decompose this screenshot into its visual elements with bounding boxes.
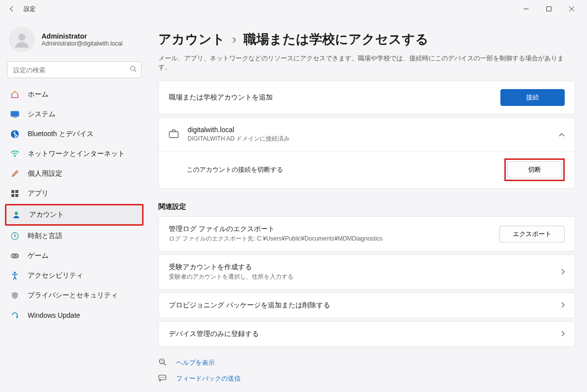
nav-privacy[interactable]: プライバシーとセキュリティ	[5, 286, 144, 305]
nav-label: ホーム	[28, 90, 49, 99]
disconnect-button[interactable]: 切断	[507, 161, 562, 178]
connected-detail: DIGITALWITH AD ドメインに接続済み	[188, 135, 550, 143]
svg-rect-8	[15, 190, 18, 193]
accessibility-icon	[10, 271, 20, 281]
nav-network[interactable]: ネットワークとインターネット	[5, 145, 144, 163]
svg-point-1	[18, 34, 25, 41]
nav-list: ホーム システム Bluetooth とデバイス ネットワークとインターネット …	[5, 85, 144, 325]
nav-label: Windows Update	[28, 311, 80, 319]
nav-update[interactable]: Windows Update	[5, 306, 144, 325]
page-subtitle: メール、アプリ、ネットワークなどのリソースにアクセスできます。職場や学校では、接…	[158, 54, 575, 72]
add-account-title: 職場または学校アカウントを追加	[169, 93, 491, 102]
svg-rect-9	[11, 194, 14, 197]
export-button[interactable]: エクスポート	[499, 226, 565, 243]
breadcrumb: アカウント › 職場または学校にアクセスする	[158, 31, 575, 48]
svg-point-6	[14, 156, 15, 157]
bluetooth-icon	[10, 129, 20, 139]
profile-name: Administrator	[42, 32, 123, 40]
related-title: 管理ログ ファイルのエクスポート	[169, 225, 490, 234]
nav-label: ネットワークとインターネット	[28, 149, 125, 158]
titlebar: 設定	[0, 0, 587, 18]
add-account-card: 職場または学校アカウントを追加 接続	[158, 81, 575, 114]
nav-label: プライバシーとセキュリティ	[28, 291, 118, 300]
svg-point-11	[15, 212, 18, 215]
nav-gaming[interactable]: ゲーム	[5, 246, 144, 265]
nav-home[interactable]: ホーム	[5, 85, 144, 104]
feedback-link[interactable]: フィードバックの送信	[158, 374, 575, 383]
nav-accessibility[interactable]: アクセシビリティ	[5, 266, 144, 285]
profile[interactable]: Administrator Administrator@digitalwith.…	[5, 22, 144, 61]
maximize-button[interactable]	[538, 1, 560, 17]
search-box	[7, 61, 142, 78]
network-icon	[10, 149, 20, 159]
minimize-button[interactable]	[515, 1, 538, 17]
feedback-icon	[158, 375, 167, 383]
update-icon	[10, 310, 20, 320]
related-title: デバイス管理のみに登録する	[169, 330, 552, 339]
back-button[interactable]	[4, 1, 20, 17]
svg-point-15	[16, 256, 17, 257]
nav-bluetooth[interactable]: Bluetooth とデバイス	[5, 125, 144, 144]
nav-apps[interactable]: アプリ	[5, 184, 144, 203]
nav-label: ゲーム	[28, 251, 49, 260]
nav-label: 個人用設定	[28, 169, 62, 178]
nav-label: アカウント	[29, 210, 64, 219]
disconnect-description: このアカウントの接続を切断する	[187, 165, 504, 174]
svg-point-16	[14, 272, 16, 274]
help-link[interactable]: ? ヘルプを表示	[158, 358, 575, 367]
nav-personalization[interactable]: 個人用設定	[5, 164, 144, 183]
related-title: プロビジョニング パッケージを追加または削除する	[169, 301, 552, 310]
chevron-right-icon	[561, 330, 565, 339]
home-icon	[10, 90, 20, 99]
main-content: アカウント › 職場または学校にアクセスする メール、アプリ、ネットワークなどの…	[148, 18, 587, 392]
svg-point-2	[131, 66, 135, 71]
svg-rect-0	[547, 7, 551, 11]
related-title: 受験アカウントを作成する	[169, 263, 552, 272]
apps-icon	[10, 189, 20, 198]
nav-system[interactable]: システム	[5, 105, 144, 124]
sidebar: Administrator Administrator@digitalwith.…	[0, 18, 148, 392]
nav-label: Bluetooth とデバイス	[28, 130, 94, 139]
search-icon	[130, 65, 137, 74]
breadcrumb-parent[interactable]: アカウント	[158, 31, 225, 48]
related-sub: ログ ファイルのエクスポート先: C:¥Users¥Public¥Documen…	[169, 235, 490, 243]
svg-text:?: ?	[161, 360, 163, 363]
briefcase-icon	[169, 129, 179, 140]
close-button[interactable]	[560, 1, 583, 17]
related-test-account-card[interactable]: 受験アカウントを作成する 受験者のアカウントを選択し、住所を入力する	[158, 254, 575, 290]
svg-rect-10	[15, 194, 18, 197]
nav-label: アクセシビリティ	[28, 271, 83, 280]
breadcrumb-separator: ›	[232, 32, 237, 47]
svg-point-14	[16, 255, 17, 256]
related-device-management-card[interactable]: デバイス管理のみに登録する	[158, 321, 575, 347]
chevron-right-icon	[561, 268, 565, 277]
svg-rect-7	[11, 190, 14, 193]
related-settings-heading: 関連設定	[158, 202, 575, 211]
feedback-label: フィードバックの送信	[176, 374, 241, 383]
accounts-icon	[11, 210, 21, 220]
nav-label: システム	[28, 110, 55, 119]
chevron-up-icon	[559, 130, 565, 139]
time-icon	[10, 231, 20, 241]
breadcrumb-current: 職場または学校にアクセスする	[244, 31, 429, 48]
window-title: 設定	[24, 5, 36, 13]
nav-accounts-highlight: アカウント	[5, 204, 144, 226]
nav-accounts[interactable]: アカウント	[6, 205, 142, 224]
svg-point-22	[162, 377, 163, 378]
connected-name: digitalwith.local	[188, 126, 550, 134]
svg-rect-3	[11, 111, 19, 117]
chevron-right-icon	[561, 301, 565, 310]
related-provisioning-card[interactable]: プロビジョニング パッケージを追加または削除する	[158, 293, 575, 318]
nav-time[interactable]: 時刻と言語	[5, 227, 144, 245]
svg-rect-4	[13, 117, 17, 118]
related-sub: 受験者のアカウントを選択し、住所を入力する	[169, 273, 552, 281]
connected-account-row[interactable]: digitalwith.local DIGITALWITH AD ドメインに接続…	[159, 118, 575, 151]
svg-point-21	[160, 377, 161, 378]
svg-rect-17	[169, 132, 178, 138]
nav-label: アプリ	[28, 189, 49, 198]
help-label: ヘルプを表示	[176, 358, 215, 367]
search-input[interactable]	[7, 61, 142, 78]
privacy-icon	[10, 291, 20, 300]
connect-button[interactable]: 接続	[500, 89, 565, 106]
connected-account-card: digitalwith.local DIGITALWITH AD ドメインに接続…	[158, 117, 575, 189]
